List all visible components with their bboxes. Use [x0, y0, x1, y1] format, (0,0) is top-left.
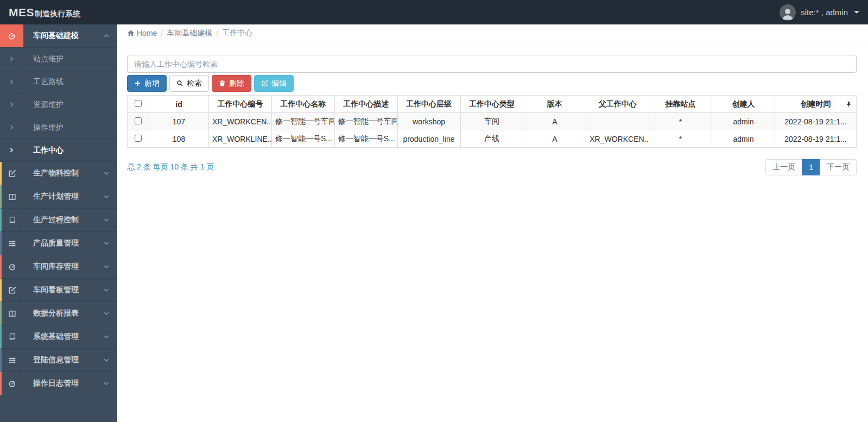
cell-工作中心层级: production_line [397, 130, 460, 148]
table-row[interactable]: 108XR_WORKLINE...修一智能一号S...修一智能一号S...pro… [128, 130, 857, 148]
cell-id: 107 [149, 113, 209, 130]
chevron-right-icon [9, 124, 15, 130]
sidebar-section-6[interactable]: 车间库存管理 [0, 255, 117, 279]
breadcrumb: Home/车间基础建模/工作中心 [117, 24, 868, 42]
cell-父工作中心: XR_WORKCEN... [586, 130, 649, 148]
column-header-创建人[interactable]: 创建人 [712, 96, 775, 113]
sidebar-item-工作中心[interactable]: 工作中心 [0, 139, 117, 162]
book-icon [8, 333, 16, 341]
sidebar-item-arrow-cell [0, 93, 23, 116]
cell-工作中心类型: 产线 [460, 130, 523, 148]
column-header-label: 父工作中心 [599, 99, 637, 108]
sidebar-menu: 车间基础建模站点维护工艺路线资源维护操作维护工作中心生产物料控制生产计划管理生产… [0, 24, 117, 395]
sidebar-section-label: 系统基础管理 [23, 332, 103, 342]
cell-版本: A [523, 113, 586, 130]
breadcrumb-item-车间基础建模[interactable]: 车间基础建模 [167, 28, 212, 38]
dashboard-icon [8, 380, 16, 388]
next-page-button[interactable]: 下一页 [820, 159, 857, 175]
search-input[interactable] [127, 55, 857, 73]
column-header-工作中心类型[interactable]: 工作中心类型 [460, 96, 523, 113]
sidebar-section-3[interactable]: 生产计划管理 [0, 185, 117, 209]
book-icon [8, 216, 16, 224]
sidebar-section-label: 产品质量管理 [23, 238, 103, 248]
prev-page-button[interactable]: 上一页 [765, 159, 802, 175]
sidebar-item-站点维护[interactable]: 站点维护 [0, 48, 117, 71]
breadcrumb-item-工作中心: 工作中心 [222, 28, 252, 38]
sidebar-section-icon-cell [2, 325, 23, 348]
column-header-工作中心描述[interactable]: 工作中心描述 [334, 96, 397, 113]
row-checkbox[interactable] [135, 117, 142, 124]
sidebar-section-10[interactable]: 登陆信息管理 [0, 349, 117, 372]
sidebar-item-操作维护[interactable]: 操作维护 [0, 116, 117, 139]
column-header-父工作中心[interactable]: 父工作中心 [586, 96, 649, 113]
breadcrumb-item-Home[interactable]: Home [127, 29, 157, 37]
select-all-checkbox[interactable] [135, 100, 142, 107]
sidebar-section-label: 车间基础建模 [23, 31, 103, 41]
cell-父工作中心 [586, 113, 649, 130]
sidebar-section-label: 登陆信息管理 [23, 355, 103, 365]
sidebar-section-8[interactable]: 数据分析报表 [0, 302, 117, 325]
sidebar-item-label: 操作维护 [23, 123, 64, 133]
column-header-id[interactable]: id [149, 96, 209, 113]
column-header-创建时间[interactable]: 创建时间 [775, 96, 857, 113]
sidebar-item-label: 资源维护 [23, 100, 64, 110]
edit-icon [261, 80, 268, 87]
list-icon [8, 356, 16, 364]
sidebar-section-2[interactable]: 生产物料控制 [0, 162, 117, 185]
sidebar-item-工艺路线[interactable]: 工艺路线 [0, 71, 117, 93]
pagination-summary[interactable]: 总 2 条 每页 10 条 共 1 页 [127, 162, 214, 172]
chevron-down-icon [103, 357, 110, 363]
sidebar-item-arrow-cell [0, 71, 23, 93]
column-header-工作中心名称[interactable]: 工作中心名称 [271, 96, 334, 113]
sidebar-section-icon-cell [2, 255, 23, 278]
breadcrumb-separator: / [161, 29, 163, 37]
plus-icon [134, 80, 141, 87]
dashboard-icon [8, 263, 16, 271]
sidebar-section-1[interactable]: 车间基础建模 [0, 24, 117, 48]
column-header-挂靠站点[interactable]: 挂靠站点 [649, 96, 712, 113]
column-header-label: 工作中心层级 [406, 99, 452, 108]
chevron-down-icon [103, 287, 110, 293]
search-icon [176, 80, 183, 87]
table-row[interactable]: 107XR_WORKCEN...修一智能一号车间修一智能一号车间workshop… [128, 113, 857, 130]
column-header-版本[interactable]: 版本 [523, 96, 586, 113]
sidebar-section-icon-cell [2, 209, 23, 231]
column-header-工作中心编号[interactable]: 工作中心编号 [209, 96, 272, 113]
user-menu[interactable]: site:* , admin [780, 4, 859, 21]
app-logo-rest: 制造执行系统 [35, 9, 80, 19]
sidebar-section-7[interactable]: 车间看板管理 [0, 279, 117, 302]
search-button[interactable]: 检索 [169, 75, 209, 92]
workcenter-table: id工作中心编号工作中心名称工作中心描述工作中心层级工作中心类型版本父工作中心挂… [127, 95, 857, 148]
delete-button[interactable]: 删除 [212, 75, 251, 92]
main-area: Home/车间基础建模/工作中心 新增 检索 删除 编辑 id工作中心编号工作中… [117, 24, 868, 422]
cell-工作中心名称: 修一智能一号S... [271, 130, 334, 148]
sidebar-section-11[interactable]: 操作日志管理 [0, 372, 117, 395]
chevron-right-icon [9, 56, 15, 62]
app-logo: MES 制造执行系统 [9, 6, 80, 19]
pin-icon[interactable] [846, 101, 852, 108]
sidebar-item-资源维护[interactable]: 资源维护 [0, 93, 117, 116]
breadcrumb-item-label: 车间基础建模 [167, 28, 212, 38]
edit-button[interactable]: 编辑 [254, 75, 294, 92]
cell-工作中心名称: 修一智能一号车间 [271, 113, 334, 130]
column-header-工作中心层级[interactable]: 工作中心层级 [397, 96, 460, 113]
column-header-label: id [175, 100, 182, 109]
sidebar-section-9[interactable]: 系统基础管理 [0, 325, 117, 349]
breadcrumb-item-label: 工作中心 [222, 28, 252, 38]
home-icon [127, 29, 135, 37]
avatar[interactable] [780, 4, 796, 21]
sidebar-section-label: 生产过程控制 [23, 215, 103, 225]
sidebar-section-4[interactable]: 生产过程控制 [0, 209, 117, 232]
row-checkbox[interactable] [135, 135, 142, 142]
cell-挂靠站点: * [649, 113, 712, 130]
column-header-label: 工作中心编号 [217, 99, 263, 108]
caret-down-icon [854, 11, 859, 14]
add-button[interactable]: 新增 [127, 75, 167, 92]
page-1-button[interactable]: 1 [802, 159, 820, 175]
sidebar-section-icon-cell [2, 162, 23, 185]
cell-工作中心描述: 修一智能一号S... [334, 130, 397, 148]
chevron-down-icon [103, 333, 110, 340]
sidebar-section-5[interactable]: 产品质量管理 [0, 232, 117, 255]
column-header-label: 工作中心描述 [343, 99, 389, 108]
sidebar-section-icon-cell [2, 302, 23, 325]
